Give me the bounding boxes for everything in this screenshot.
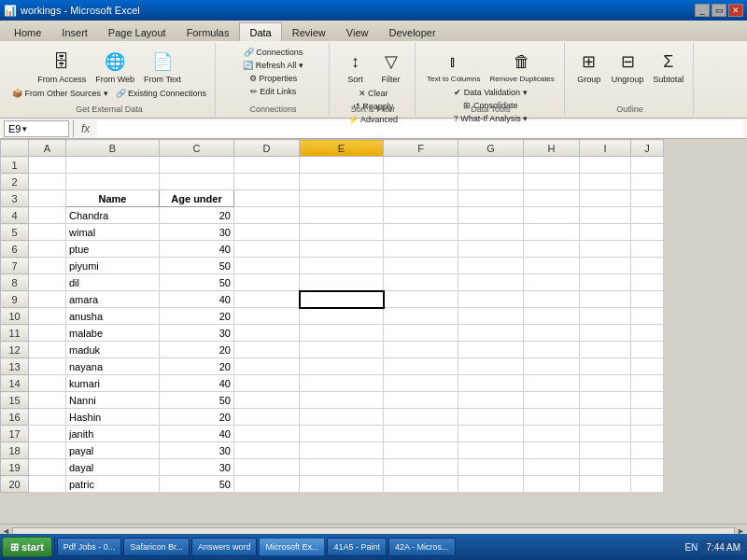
cell-j11[interactable] <box>631 325 664 342</box>
cell-h10[interactable] <box>524 308 580 325</box>
cell-d2[interactable] <box>234 174 300 190</box>
cell-b1[interactable] <box>66 157 160 174</box>
row-header-6[interactable]: 6 <box>1 241 29 258</box>
edit-links-button[interactable]: ✏ Edit Links <box>247 86 300 97</box>
cell-a9[interactable] <box>29 291 66 308</box>
row-header-5[interactable]: 5 <box>1 224 29 241</box>
cell-d13[interactable] <box>234 358 300 375</box>
row-header-4[interactable]: 4 <box>1 207 29 224</box>
row-header-3[interactable]: 3 <box>1 190 29 207</box>
cell-c20[interactable]: 50 <box>160 476 234 493</box>
cell-d17[interactable] <box>234 426 300 442</box>
cell-f8[interactable] <box>384 274 458 291</box>
cell-b5[interactable]: wimal <box>66 224 160 241</box>
cell-d14[interactable] <box>234 375 300 392</box>
cell-h11[interactable] <box>524 325 580 342</box>
col-header-f[interactable]: F <box>384 140 458 157</box>
cell-g15[interactable] <box>458 392 524 409</box>
cell-c15[interactable]: 50 <box>160 392 234 409</box>
cell-i9[interactable] <box>580 291 631 308</box>
cell-g13[interactable] <box>458 358 524 375</box>
cell-d10[interactable] <box>234 308 300 325</box>
cell-a18[interactable] <box>29 442 66 459</box>
row-header-16[interactable]: 16 <box>1 409 29 426</box>
cell-c6[interactable]: 40 <box>160 241 234 258</box>
cell-a10[interactable] <box>29 308 66 325</box>
cell-e4[interactable] <box>300 207 384 224</box>
cell-f3[interactable] <box>384 190 458 207</box>
cell-e15[interactable] <box>300 392 384 409</box>
cell-g19[interactable] <box>458 459 524 476</box>
taskbar-item-42a[interactable]: 42A - Micros... <box>388 538 456 556</box>
cell-i5[interactable] <box>580 224 631 241</box>
cell-b9[interactable]: amara <box>66 291 160 308</box>
cell-c13[interactable]: 20 <box>160 358 234 375</box>
cell-j14[interactable] <box>631 375 664 392</box>
cell-e16[interactable] <box>300 409 384 426</box>
cell-h1[interactable] <box>524 157 580 174</box>
cell-d4[interactable] <box>234 207 300 224</box>
cell-j19[interactable] <box>631 459 664 476</box>
cell-h12[interactable] <box>524 342 580 358</box>
cell-f10[interactable] <box>384 308 458 325</box>
row-header-2[interactable]: 2 <box>1 174 29 190</box>
cell-d16[interactable] <box>234 409 300 426</box>
row-header-15[interactable]: 15 <box>1 392 29 409</box>
cell-g12[interactable] <box>458 342 524 358</box>
cell-f7[interactable] <box>384 258 458 274</box>
cell-i18[interactable] <box>580 442 631 459</box>
cell-e3[interactable] <box>300 190 384 207</box>
cell-g1[interactable] <box>458 157 524 174</box>
properties-button[interactable]: ⚙ Properties <box>247 73 301 84</box>
cell-j8[interactable] <box>631 274 664 291</box>
cell-f12[interactable] <box>384 342 458 358</box>
cell-g10[interactable] <box>458 308 524 325</box>
cell-i4[interactable] <box>580 207 631 224</box>
cell-f4[interactable] <box>384 207 458 224</box>
cell-e18[interactable] <box>300 442 384 459</box>
cell-e19[interactable] <box>300 459 384 476</box>
cell-c12[interactable]: 20 <box>160 342 234 358</box>
cell-h17[interactable] <box>524 426 580 442</box>
cell-j9[interactable] <box>631 291 664 308</box>
col-header-a[interactable]: A <box>29 140 66 157</box>
cell-f20[interactable] <box>384 476 458 493</box>
cell-c19[interactable]: 30 <box>160 459 234 476</box>
cell-f2[interactable] <box>384 174 458 190</box>
from-text-button[interactable]: 📄 From Text <box>140 47 185 86</box>
cell-e6[interactable] <box>300 241 384 258</box>
col-header-i[interactable]: I <box>580 140 631 157</box>
remove-duplicates-button[interactable]: 🗑 Remove Duplicates <box>486 47 557 85</box>
tab-data[interactable]: Data <box>239 22 281 41</box>
cell-i3[interactable] <box>580 190 631 207</box>
row-header-14[interactable]: 14 <box>1 375 29 392</box>
cell-a12[interactable] <box>29 342 66 358</box>
name-box-arrow[interactable]: ▾ <box>22 124 27 133</box>
row-header-9[interactable]: 9 <box>1 291 29 308</box>
group-button[interactable]: ⊞ Group <box>572 47 606 86</box>
cell-b14[interactable]: kumari <box>66 375 160 392</box>
cell-f5[interactable] <box>384 224 458 241</box>
cell-b12[interactable]: maduk <box>66 342 160 358</box>
cell-b20[interactable]: patric <box>66 476 160 493</box>
col-header-h[interactable]: H <box>524 140 580 157</box>
cell-e9-selected[interactable] <box>300 291 384 308</box>
cell-c8[interactable]: 50 <box>160 274 234 291</box>
cell-e17[interactable] <box>300 426 384 442</box>
what-if-analysis-button[interactable]: ? What-If Analysis ▾ <box>451 113 531 124</box>
cell-g5[interactable] <box>458 224 524 241</box>
cell-c16[interactable]: 20 <box>160 409 234 426</box>
row-header-1[interactable]: 1 <box>1 157 29 174</box>
cell-j3[interactable] <box>631 190 664 207</box>
tab-developer[interactable]: Developer <box>378 22 445 41</box>
cell-h8[interactable] <box>524 274 580 291</box>
cell-c5[interactable]: 30 <box>160 224 234 241</box>
cell-e20[interactable] <box>300 476 384 493</box>
cell-f1[interactable] <box>384 157 458 174</box>
cell-g14[interactable] <box>458 375 524 392</box>
cell-h13[interactable] <box>524 358 580 375</box>
cell-a13[interactable] <box>29 358 66 375</box>
cell-f19[interactable] <box>384 459 458 476</box>
from-other-sources-button[interactable]: 📦 From Other Sources ▾ <box>9 88 111 99</box>
cell-j5[interactable] <box>631 224 664 241</box>
